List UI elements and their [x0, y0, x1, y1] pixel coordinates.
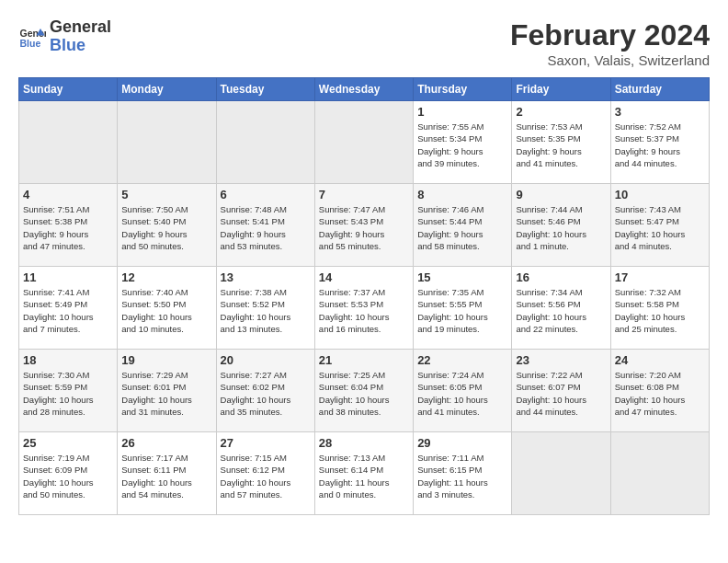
- day-number: 11: [23, 270, 113, 284]
- location-title: Saxon, Valais, Switzerland: [510, 52, 710, 68]
- calendar-cell: 29Sunrise: 7:11 AM Sunset: 6:15 PM Dayli…: [414, 432, 512, 515]
- day-number: 20: [221, 353, 311, 367]
- day-info: Sunrise: 7:20 AM Sunset: 6:08 PM Dayligh…: [615, 369, 705, 418]
- calendar-cell: 7Sunrise: 7:47 AM Sunset: 5:43 PM Daylig…: [314, 184, 413, 267]
- day-info: Sunrise: 7:15 AM Sunset: 6:12 PM Dayligh…: [221, 452, 311, 500]
- day-info: Sunrise: 7:24 AM Sunset: 6:05 PM Dayligh…: [417, 369, 507, 418]
- day-number: 5: [121, 188, 211, 201]
- calendar-cell: 25Sunrise: 7:19 AM Sunset: 6:09 PM Dayli…: [19, 432, 118, 515]
- day-number: 19: [121, 353, 211, 367]
- weekday-header-sunday: Sunday: [19, 78, 118, 101]
- day-info: Sunrise: 7:55 AM Sunset: 5:34 PM Dayligh…: [417, 121, 507, 169]
- calendar-cell: 22Sunrise: 7:24 AM Sunset: 6:05 PM Dayli…: [414, 350, 512, 432]
- day-number: 4: [23, 188, 113, 201]
- day-number: 21: [319, 353, 409, 367]
- calendar-cell: [512, 432, 610, 515]
- logo-line2: Blue: [50, 37, 111, 55]
- day-info: Sunrise: 7:29 AM Sunset: 6:01 PM Dayligh…: [121, 369, 211, 418]
- calendar-cell: 19Sunrise: 7:29 AM Sunset: 6:01 PM Dayli…: [118, 350, 216, 432]
- day-number: 3: [615, 105, 705, 119]
- calendar-cell: 10Sunrise: 7:43 AM Sunset: 5:47 PM Dayli…: [610, 184, 709, 267]
- calendar-cell: 9Sunrise: 7:44 AM Sunset: 5:46 PM Daylig…: [512, 184, 610, 267]
- calendar-cell: 18Sunrise: 7:30 AM Sunset: 5:59 PM Dayli…: [19, 350, 118, 432]
- day-number: 12: [121, 270, 211, 284]
- day-info: Sunrise: 7:13 AM Sunset: 6:14 PM Dayligh…: [319, 452, 409, 500]
- svg-text:Blue: Blue: [20, 37, 41, 48]
- calendar-cell: 27Sunrise: 7:15 AM Sunset: 6:12 PM Dayli…: [216, 432, 314, 515]
- day-info: Sunrise: 7:19 AM Sunset: 6:09 PM Dayligh…: [23, 452, 113, 500]
- day-info: Sunrise: 7:41 AM Sunset: 5:49 PM Dayligh…: [23, 286, 113, 335]
- day-number: 27: [221, 436, 311, 450]
- calendar-week-2: 4Sunrise: 7:51 AM Sunset: 5:38 PM Daylig…: [19, 184, 710, 267]
- calendar-week-1: 1Sunrise: 7:55 AM Sunset: 5:34 PM Daylig…: [19, 101, 710, 184]
- calendar-cell: 26Sunrise: 7:17 AM Sunset: 6:11 PM Dayli…: [118, 432, 216, 515]
- month-title: February 2024: [510, 18, 710, 52]
- day-info: Sunrise: 7:53 AM Sunset: 5:35 PM Dayligh…: [516, 121, 606, 169]
- day-number: 6: [221, 188, 311, 201]
- day-number: 22: [417, 353, 507, 367]
- calendar-cell: 8Sunrise: 7:46 AM Sunset: 5:44 PM Daylig…: [414, 184, 512, 267]
- day-info: Sunrise: 7:11 AM Sunset: 6:15 PM Dayligh…: [417, 452, 507, 500]
- day-number: 7: [319, 188, 409, 201]
- calendar-cell: [314, 101, 413, 184]
- calendar-cell: 2Sunrise: 7:53 AM Sunset: 5:35 PM Daylig…: [512, 101, 610, 184]
- calendar-cell: 13Sunrise: 7:38 AM Sunset: 5:52 PM Dayli…: [216, 267, 314, 350]
- day-info: Sunrise: 7:34 AM Sunset: 5:56 PM Dayligh…: [516, 286, 606, 335]
- day-info: Sunrise: 7:37 AM Sunset: 5:53 PM Dayligh…: [319, 286, 409, 335]
- calendar-cell: 3Sunrise: 7:52 AM Sunset: 5:37 PM Daylig…: [610, 101, 709, 184]
- calendar-cell: [19, 101, 118, 184]
- weekday-header-tuesday: Tuesday: [216, 78, 314, 101]
- day-number: 17: [615, 270, 705, 284]
- logo: General Blue General Blue: [18, 18, 111, 55]
- day-number: 28: [319, 436, 409, 450]
- calendar-cell: 24Sunrise: 7:20 AM Sunset: 6:08 PM Dayli…: [610, 350, 709, 432]
- weekday-header-row: SundayMondayTuesdayWednesdayThursdayFrid…: [19, 78, 710, 101]
- weekday-header-thursday: Thursday: [414, 78, 512, 101]
- day-number: 9: [516, 188, 606, 201]
- calendar-cell: 12Sunrise: 7:40 AM Sunset: 5:50 PM Dayli…: [118, 267, 216, 350]
- day-number: 14: [319, 270, 409, 284]
- logo-line1: General: [50, 18, 111, 37]
- header: General Blue General Blue February 2024 …: [18, 18, 710, 68]
- day-info: Sunrise: 7:30 AM Sunset: 5:59 PM Dayligh…: [23, 369, 113, 418]
- title-area: February 2024 Saxon, Valais, Switzerland: [510, 18, 710, 68]
- day-info: Sunrise: 7:52 AM Sunset: 5:37 PM Dayligh…: [615, 121, 705, 169]
- day-info: Sunrise: 7:38 AM Sunset: 5:52 PM Dayligh…: [221, 286, 311, 335]
- day-number: 24: [615, 353, 705, 367]
- calendar-cell: [216, 101, 314, 184]
- day-number: 10: [615, 188, 705, 201]
- day-number: 16: [516, 270, 606, 284]
- calendar-cell: 5Sunrise: 7:50 AM Sunset: 5:40 PM Daylig…: [118, 184, 216, 267]
- calendar-cell: 20Sunrise: 7:27 AM Sunset: 6:02 PM Dayli…: [216, 350, 314, 432]
- calendar-table: SundayMondayTuesdayWednesdayThursdayFrid…: [18, 77, 710, 515]
- calendar-cell: 17Sunrise: 7:32 AM Sunset: 5:58 PM Dayli…: [610, 267, 709, 350]
- day-info: Sunrise: 7:47 AM Sunset: 5:43 PM Dayligh…: [319, 203, 409, 252]
- day-info: Sunrise: 7:44 AM Sunset: 5:46 PM Dayligh…: [516, 203, 606, 252]
- weekday-header-friday: Friday: [512, 78, 610, 101]
- day-number: 8: [417, 188, 507, 201]
- day-info: Sunrise: 7:32 AM Sunset: 5:58 PM Dayligh…: [615, 286, 705, 335]
- day-info: Sunrise: 7:22 AM Sunset: 6:07 PM Dayligh…: [516, 369, 606, 418]
- day-info: Sunrise: 7:50 AM Sunset: 5:40 PM Dayligh…: [121, 203, 211, 252]
- day-info: Sunrise: 7:40 AM Sunset: 5:50 PM Dayligh…: [121, 286, 211, 335]
- day-number: 23: [516, 353, 606, 367]
- calendar-cell: 15Sunrise: 7:35 AM Sunset: 5:55 PM Dayli…: [414, 267, 512, 350]
- calendar-week-3: 11Sunrise: 7:41 AM Sunset: 5:49 PM Dayli…: [19, 267, 710, 350]
- day-number: 29: [417, 436, 507, 450]
- weekday-header-wednesday: Wednesday: [314, 78, 413, 101]
- day-info: Sunrise: 7:35 AM Sunset: 5:55 PM Dayligh…: [417, 286, 507, 335]
- calendar-cell: 6Sunrise: 7:48 AM Sunset: 5:41 PM Daylig…: [216, 184, 314, 267]
- logo-icon: General Blue: [18, 23, 46, 51]
- calendar-cell: 23Sunrise: 7:22 AM Sunset: 6:07 PM Dayli…: [512, 350, 610, 432]
- calendar-cell: [610, 432, 709, 515]
- calendar-cell: 1Sunrise: 7:55 AM Sunset: 5:34 PM Daylig…: [414, 101, 512, 184]
- day-info: Sunrise: 7:46 AM Sunset: 5:44 PM Dayligh…: [417, 203, 507, 252]
- day-number: 25: [23, 436, 113, 450]
- day-info: Sunrise: 7:27 AM Sunset: 6:02 PM Dayligh…: [221, 369, 311, 418]
- day-number: 1: [417, 105, 507, 119]
- weekday-header-saturday: Saturday: [610, 78, 709, 101]
- calendar-cell: 14Sunrise: 7:37 AM Sunset: 5:53 PM Dayli…: [314, 267, 413, 350]
- day-info: Sunrise: 7:43 AM Sunset: 5:47 PM Dayligh…: [615, 203, 705, 252]
- calendar-cell: 28Sunrise: 7:13 AM Sunset: 6:14 PM Dayli…: [314, 432, 413, 515]
- day-number: 18: [23, 353, 113, 367]
